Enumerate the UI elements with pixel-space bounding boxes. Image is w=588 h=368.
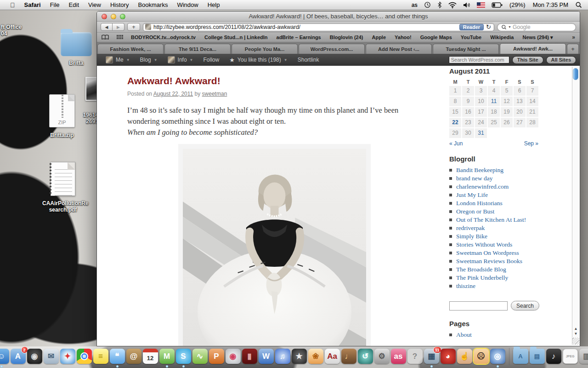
menu-file[interactable]: File — [45, 0, 64, 10]
dock-item-photo-booth[interactable]: ◉ — [226, 349, 241, 364]
scrollbar-thumb[interactable] — [573, 68, 578, 80]
blogroll-link[interactable]: Simply Bike — [456, 233, 487, 240]
dock-item-messenger-green[interactable]: ∿ — [192, 349, 208, 364]
bookmark-item[interactable]: adBrite – Earnings — [277, 34, 321, 40]
bluetooth-icon[interactable] — [435, 0, 444, 10]
calendar-next-month-link[interactable]: Sep » — [524, 140, 538, 147]
dock-item-music-app[interactable]: ♪ — [546, 349, 561, 364]
dock-item-trash[interactable]: ▥ — [579, 349, 588, 364]
menu-help[interactable]: Help — [203, 0, 225, 10]
blogroll-link[interactable]: London Historians — [456, 200, 503, 207]
back-button[interactable]: ◀ — [101, 23, 113, 31]
calendar-day[interactable]: 25 — [488, 118, 500, 127]
bookmark-item[interactable]: Apple — [372, 34, 386, 40]
calendar-prev-month-link[interactable]: « Jun — [449, 140, 463, 147]
calendar-day[interactable]: 6 — [514, 86, 526, 96]
calendar-day[interactable] — [488, 128, 500, 138]
input-language-flag-icon[interactable] — [475, 0, 487, 10]
calendar-day[interactable]: 15 — [449, 107, 461, 117]
calendar-day[interactable]: 29 — [449, 128, 461, 138]
dock-item-powerpoint[interactable]: P — [209, 349, 224, 364]
volume-icon[interactable] — [461, 0, 473, 10]
dock-item-front-row[interactable]: ▮ — [242, 349, 257, 364]
blogroll-link[interactable]: thiszine — [456, 282, 475, 290]
bookmark-item[interactable]: Wikipedia — [490, 34, 514, 40]
dock-item-app-store[interactable]: A 2 — [11, 349, 26, 364]
bookmark-item[interactable]: Yahoo! — [395, 34, 412, 40]
dock-item-safari[interactable]: ✦ — [60, 349, 75, 364]
page-link[interactable]: About — [456, 331, 472, 339]
browser-tab[interactable]: Tuesday Night ... — [433, 44, 499, 54]
scroll-up-arrow[interactable]: ▲ — [572, 326, 579, 331]
dock-item-face-app[interactable]: ☹ — [474, 349, 489, 364]
blogroll-link[interactable]: Oregon or Bust — [456, 208, 494, 215]
dock-item-itunes[interactable]: ♫ — [275, 349, 290, 364]
blogroll-link[interactable]: The Broadside Blog — [456, 266, 506, 273]
calendar-day[interactable]: 14 — [526, 97, 538, 106]
dock-item-applications-folder[interactable]: A — [513, 349, 528, 364]
calendar-day[interactable]: 30 — [462, 128, 474, 138]
calendar-day[interactable]: 19 — [501, 107, 513, 117]
address-bar[interactable]: http://lizybee.wordpress.com/2011/08/22/… — [143, 23, 494, 31]
browser-tab[interactable]: Awkward! Awk... — [500, 43, 566, 54]
calendar-day[interactable]: 28 — [526, 118, 538, 127]
reader-button[interactable]: Reader — [459, 24, 484, 30]
dock-item-stickies[interactable]: ≡ — [93, 349, 108, 364]
blogroll-link[interactable]: redriverpak — [456, 224, 485, 232]
calendar-day[interactable]: 2 — [462, 86, 474, 96]
dock-item-dictionary[interactable]: Aa — [325, 349, 340, 364]
dock-item-help[interactable]: ? — [407, 349, 423, 364]
spotlight-icon[interactable] — [573, 0, 584, 10]
calendar-day[interactable]: 18 — [488, 107, 500, 117]
blogroll-link[interactable]: Bandit Beekeeping — [456, 167, 503, 174]
desktop-label-office[interactable]: ft Office 04 — [1, 24, 22, 37]
blogroll-link[interactable]: Stories Without Words — [456, 241, 512, 248]
bookmark-item[interactable]: YouTube — [461, 34, 481, 40]
browser-tab[interactable]: Add New Post ‹... — [366, 44, 432, 54]
wordpress-search-input[interactable] — [449, 56, 509, 63]
dock-item-grid-app[interactable]: ▦ 11 — [424, 349, 439, 364]
bookmarks-book-icon[interactable] — [102, 34, 109, 40]
wpbar-me-menu[interactable]: Me▼ — [101, 54, 135, 66]
dock-item-garageband[interactable]: ♩ — [341, 349, 356, 364]
dock-item-jpeg-file[interactable]: JPEG — [563, 349, 578, 364]
refresh-icon[interactable]: ↻ — [486, 23, 492, 30]
dock-item-skype[interactable]: S — [176, 349, 191, 364]
window-title-bar[interactable]: Awkward! Awkward! | Of bees, baseball, b… — [97, 12, 580, 22]
calendar-day[interactable]: 3 — [475, 86, 487, 96]
dock-item-angry-birds[interactable]: ◕ — [441, 349, 456, 364]
calendar-day[interactable]: 23 — [462, 118, 474, 127]
dock-item-ichat[interactable]: ❝ — [110, 349, 125, 364]
top-sites-grid-icon[interactable] — [117, 35, 123, 40]
new-tab-toolbar-button[interactable]: + — [127, 23, 140, 31]
menu-window[interactable]: Window — [172, 0, 203, 10]
wpbar-info-menu[interactable]: Info▼ — [163, 54, 198, 66]
browser-tab[interactable]: The 9/11 Deca... — [164, 44, 231, 54]
calendar-day[interactable]: 5 — [501, 86, 513, 96]
calendar-day[interactable]: 22 — [449, 118, 461, 127]
calendar-day[interactable]: 13 — [514, 97, 526, 106]
dock-item-mail[interactable]: ✉ — [44, 349, 59, 364]
battery-icon[interactable] — [489, 0, 505, 10]
wpbar-blog-menu[interactable]: Blog▼ — [135, 54, 163, 66]
post-date-link[interactable]: August 22, 2011 — [153, 91, 193, 97]
dock-item-address-book[interactable]: @ — [126, 349, 141, 364]
dock-item-time-machine[interactable]: ↺ — [358, 349, 373, 364]
browser-tab[interactable]: Fashion Week, ... — [97, 44, 164, 54]
forward-button[interactable]: ▶ — [113, 23, 124, 31]
dock-item-chrome[interactable] — [77, 349, 92, 364]
desktop-icon-pdf[interactable]: CAAirPollutionRe search.pdf — [42, 162, 84, 213]
desktop-icon-britta-folder[interactable]: Britta — [58, 32, 95, 66]
menu-safari[interactable]: Safari — [20, 0, 45, 10]
calendar-day[interactable]: 8 — [449, 97, 461, 106]
calendar-day[interactable]: 26 — [501, 118, 513, 127]
bookmark-item[interactable]: Google Maps — [420, 34, 452, 40]
menu-view[interactable]: View — [84, 0, 106, 10]
calendar-day[interactable]: 4 — [488, 86, 500, 96]
time-machine-icon[interactable] — [422, 0, 433, 10]
calendar-day[interactable]: 10 — [475, 97, 487, 106]
all-sites-button[interactable]: All Sites — [546, 56, 576, 64]
dock-item-system-preferences[interactable]: ⚙ — [374, 349, 390, 364]
blogroll-link[interactable]: brand new day — [456, 175, 492, 182]
calendar-day[interactable]: 1 — [449, 86, 461, 96]
